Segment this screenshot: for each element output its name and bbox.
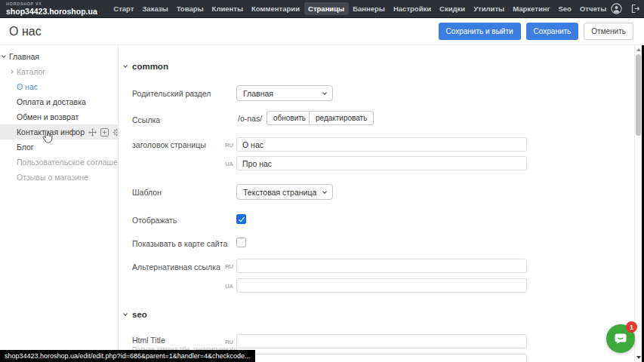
lang-ua-tag: UA (217, 283, 233, 290)
save-and-exit-button[interactable]: Сохранить и выйти (439, 23, 521, 40)
scroll-down-arrow-icon[interactable] (636, 356, 641, 359)
menu-item[interactable]: Клиенты (208, 2, 247, 15)
page-title-field-label: заголовок страницы (132, 140, 206, 149)
parent-section-value: Главная (243, 89, 273, 98)
tree-item[interactable]: Пользовательское соглашение (0, 155, 118, 170)
lang-ru-tag: RU (217, 339, 233, 345)
menu-item[interactable]: Утилиты (470, 2, 509, 15)
menu-item[interactable]: Настройки (389, 2, 435, 15)
page-header: О нас Сохранить и выйти Сохранить Отмени… (0, 18, 644, 45)
tree-item[interactable]: Отзывы о магазине (0, 170, 118, 185)
scrollbar-thumb[interactable] (636, 54, 641, 136)
alt-link-ru-input[interactable] (236, 259, 527, 273)
tree-expand-icon[interactable] (2, 54, 6, 58)
move-icon[interactable] (88, 128, 97, 137)
header-buttons: Сохранить и выйти Сохранить Отменить (439, 23, 634, 40)
tree-item[interactable]: Обмен и возврат (0, 109, 118, 124)
chat-bubble-icon (613, 331, 628, 346)
page-title-ru-input[interactable] (236, 137, 527, 152)
display-label: Отображать (132, 216, 177, 225)
menu-item[interactable]: Seo (554, 2, 575, 15)
collapse-icon (123, 63, 128, 68)
menu-item[interactable]: Отчеты (575, 2, 610, 15)
tree-item-actions (88, 128, 118, 137)
tree-item[interactable]: Блог (0, 140, 118, 155)
tree-item-label: О нас (17, 82, 38, 91)
topbar: HOROSHOP V4 shop34423.horoshop.ua Старт … (0, 0, 644, 18)
logo-domain-label: shop34423.horoshop.ua (6, 8, 97, 16)
template-value: Текстовая страница (243, 188, 316, 197)
tree-expand-icon[interactable] (9, 69, 14, 74)
template-label: Шаблон (132, 188, 162, 197)
logout-icon[interactable] (630, 4, 641, 14)
section-seo-title: seo (132, 310, 147, 319)
settings-gear-icon[interactable] (112, 128, 118, 137)
menu-item[interactable]: Старт (109, 2, 138, 15)
tree-item-label: Оплата и доставка (17, 97, 86, 106)
page-edit-form: common Родительский раздел Главная Ссылк… (119, 45, 635, 362)
menu-item[interactable]: Комментарии (248, 2, 304, 15)
tree-item[interactable]: О нас (0, 79, 118, 94)
tree-item[interactable]: Контактная инфор (0, 124, 118, 140)
logo-version-label: HOROSHOP V4 (6, 2, 97, 7)
section-seo-header[interactable]: seo (124, 310, 147, 319)
tree-item-label: Блог (17, 143, 34, 152)
menu-item[interactable]: Товары (172, 2, 208, 15)
display-checkbox[interactable] (236, 214, 246, 224)
alt-link-ua-input[interactable] (236, 278, 527, 293)
page-title-ua-input[interactable] (236, 156, 527, 170)
lang-ru-tag: RU (217, 142, 233, 149)
menu-item[interactable]: Маркетинг (509, 2, 554, 15)
html-title-label: Html Title (132, 336, 165, 345)
topbar-icons (611, 3, 641, 14)
tree-item-label: Контактная инфор (17, 127, 85, 137)
tree-item[interactable]: Оплата и доставка (0, 94, 118, 109)
sitemap-checkbox[interactable] (236, 238, 246, 247)
lang-ua-tag: UA (217, 161, 233, 167)
html-title-ru-input[interactable] (236, 334, 527, 348)
menu-item[interactable]: Заказы (138, 2, 172, 15)
section-common-title: common (132, 62, 168, 71)
chat-unread-badge: 1 (626, 321, 637, 333)
scroll-up-arrow-icon[interactable] (636, 48, 641, 51)
link-edit-button[interactable]: редактировать (309, 111, 374, 125)
menu-item[interactable]: Страницы (304, 2, 349, 15)
chevron-down-icon (322, 189, 327, 194)
main-menu: Старт Заказы Товары Клиенты Комментарии … (109, 2, 611, 15)
parent-section-select[interactable]: Главная (236, 85, 333, 101)
link-value: /o-nas/ (238, 114, 262, 123)
tree-item-label: Обмен и возврат (17, 112, 79, 121)
account-icon[interactable] (611, 3, 622, 14)
lang-ru-tag: RU (217, 263, 233, 270)
tree-item-label: Пользовательское соглашение (17, 158, 118, 167)
menu-item[interactable]: Скидки (436, 2, 470, 15)
link-preview-statusbar: shop34423.horoshop.ua/edit/edit.php?id=6… (0, 350, 255, 362)
tree-item[interactable]: Каталог (0, 64, 118, 79)
tree-item[interactable]: Главная (0, 49, 118, 64)
template-select[interactable]: Текстовая страница (236, 184, 333, 200)
chevron-down-icon (322, 90, 327, 95)
alt-link-label: Альтернативная ссылка (132, 262, 220, 272)
section-common-header[interactable]: common (124, 62, 168, 71)
vertical-scrollbar[interactable] (634, 45, 642, 362)
collapse-icon (123, 311, 128, 316)
link-label: Ссылка (132, 115, 160, 124)
pages-tree-sidebar: Главная (0, 45, 119, 362)
tree-item-label: Каталог (17, 67, 45, 76)
add-page-icon[interactable] (100, 128, 109, 137)
menu-item[interactable]: Баннеры (349, 2, 390, 15)
save-button[interactable]: Сохранить (526, 23, 579, 40)
logo[interactable]: HOROSHOP V4 shop34423.horoshop.ua (6, 2, 97, 16)
parent-section-label: Родительский раздел (132, 89, 211, 98)
html-title-ua-input[interactable] (236, 354, 527, 362)
link-update-button[interactable]: обновить (267, 111, 313, 125)
tree-item-label: Главная (9, 52, 39, 61)
page-title: О нас (9, 25, 42, 38)
sitemap-label: Показывать в карте сайта (132, 239, 227, 248)
cancel-button[interactable]: Отменить (584, 23, 633, 40)
chat-widget-button[interactable]: 1 (606, 324, 635, 353)
tree-item-label: Отзывы о магазине (17, 173, 88, 182)
